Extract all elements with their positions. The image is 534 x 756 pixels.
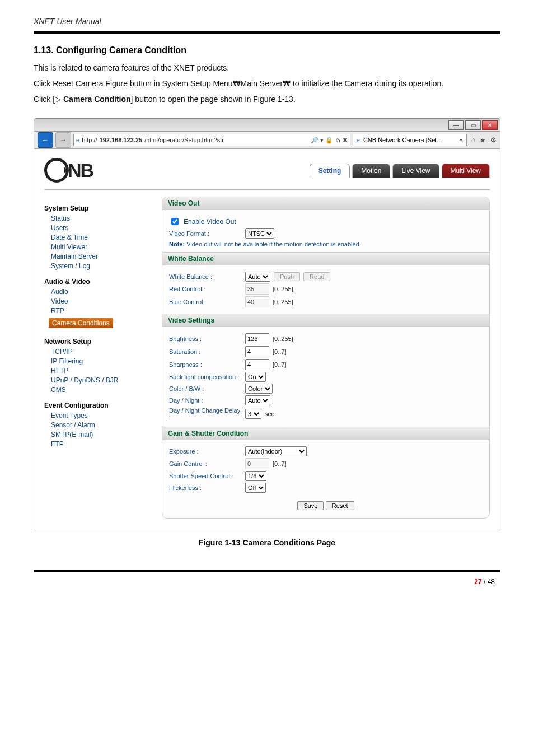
sidebar-group-network: Network Setup [44, 338, 145, 346]
saturation-label: Saturation : [169, 348, 242, 355]
sidebar-item-date-time[interactable]: Date & Time [51, 234, 145, 241]
red-control-range: [0..255] [273, 286, 293, 292]
para-1: This is related to camera features of th… [34, 60, 500, 76]
url-host: 192.168.123.25 [100, 137, 142, 143]
favorites-icon[interactable]: ★ [480, 136, 486, 144]
para3-post: ] button to open the page shown in Figur… [131, 95, 296, 104]
browser-tab[interactable]: e CNB Network Camera [Set... × [353, 134, 467, 146]
reset-button[interactable]: Reset [326, 501, 354, 510]
sidebar-item-maintain-server[interactable]: Maintain Server [51, 253, 145, 260]
video-format-label: Video Format : [169, 230, 242, 237]
sidebar-item-audio[interactable]: Audio [51, 288, 145, 296]
section-title: 1.13. Configuring Camera Condition [34, 45, 500, 55]
dn-delay-select[interactable]: 3 [245, 409, 261, 419]
url-field[interactable]: e http://192.168.123.25/html/operator/Se… [73, 134, 350, 146]
backlight-label: Back light compensation : [169, 374, 242, 380]
brightness-input[interactable] [245, 333, 269, 344]
wb-select[interactable]: Auto [245, 272, 270, 282]
tab-live-view[interactable]: Live View [392, 164, 439, 178]
url-path: /html/operator/Setup.html?sti [144, 137, 223, 143]
tools-icon[interactable]: ⚙ [490, 136, 496, 144]
flickerless-label: Flickerless : [169, 484, 242, 491]
tab-motion[interactable]: Motion [352, 164, 390, 178]
page-current: 27 [474, 578, 481, 586]
sidebar-item-status[interactable]: Status [51, 214, 145, 222]
saturation-input[interactable] [245, 346, 269, 357]
url-controls[interactable]: 🔎 ▾ 🔒 🖒 ✖ [311, 137, 348, 144]
shutter-speed-select[interactable]: 1/6 [245, 471, 266, 481]
section-head-gain-shutter: Gain & Shutter Condition [162, 427, 489, 440]
address-bar: ← → e http://192.168.123.25/html/operato… [34, 132, 500, 149]
sidebar-item-sensor-alarm[interactable]: Sensor / Alarm [51, 421, 145, 429]
sidebar-group-system: System Setup [44, 204, 145, 212]
para3-bold: Camera Condition [63, 95, 131, 104]
brightness-range: [0..255] [273, 335, 293, 342]
section-head-video-out: Video Out [162, 197, 489, 210]
sharpness-input[interactable] [245, 359, 269, 370]
gain-control-label: Gain Control : [169, 460, 242, 467]
red-control-label: Red Control : [169, 286, 242, 292]
video-format-select[interactable]: NTSC [245, 228, 274, 239]
exposure-label: Exposure : [169, 448, 242, 455]
sharpness-range: [0..7] [273, 361, 286, 368]
sidebar-item-cms[interactable]: CMS [51, 386, 145, 394]
gain-control-input[interactable] [245, 458, 269, 469]
page-total: 48 [488, 578, 495, 586]
sidebar-group-audio-video: Audio & Video [44, 278, 145, 286]
wb-read-button[interactable]: Read [303, 272, 330, 281]
ie-icon: e [76, 137, 79, 143]
window-minimize[interactable]: — [448, 120, 464, 130]
enable-video-out-checkbox[interactable] [171, 218, 179, 225]
enable-video-out-label: Enable Video Out [184, 218, 236, 226]
logo-text: NB [68, 160, 93, 181]
tab-ie-icon: e [357, 137, 360, 143]
dn-delay-unit: sec [265, 410, 274, 417]
home-icon[interactable]: ⌂ [471, 136, 475, 144]
backlight-select[interactable]: On [245, 372, 266, 382]
nav-back-button[interactable]: ← [38, 132, 53, 148]
sidebar-item-smtp[interactable]: SMTP(E-mail) [51, 431, 145, 438]
doc-header: XNET User Manual [34, 17, 500, 29]
content-divider [44, 189, 490, 190]
wb-label: White Balance : [169, 273, 242, 280]
page-footer: 27 / 48 [34, 578, 500, 586]
tab-setting[interactable]: Setting [310, 164, 350, 178]
sidebar-item-event-types[interactable]: Event Types [51, 412, 145, 419]
sidebar-item-video[interactable]: Video [51, 297, 145, 305]
sidebar-item-users[interactable]: Users [51, 224, 145, 232]
sidebar-item-tcpip[interactable]: TCP/IP [51, 348, 145, 356]
sharpness-label: Sharpness : [169, 361, 242, 368]
red-control-input[interactable] [245, 283, 269, 295]
video-out-note: Video out will not be available if the m… [185, 241, 361, 248]
day-night-select[interactable]: Auto [245, 395, 270, 405]
browser-window: — ▭ ✕ ← → e http://192.168.123.25/html/o… [34, 118, 500, 529]
sidebar-item-ftp[interactable]: FTP [51, 440, 145, 448]
wb-push-button[interactable]: Push [274, 272, 300, 281]
nav-forward-button[interactable]: → [55, 132, 71, 148]
sidebar-group-event: Event Configuration [44, 402, 145, 409]
brightness-label: Brightness : [169, 335, 242, 342]
saturation-range: [0..7] [273, 348, 286, 355]
exposure-select[interactable]: Auto(Indoor) [245, 446, 307, 456]
sidebar-item-rtp[interactable]: RTP [51, 307, 145, 315]
sidebar-item-camera-conditions[interactable]: Camera Conditions [49, 318, 113, 328]
sidebar-item-ip-filtering[interactable]: IP Filtering [51, 357, 145, 365]
tab-multi-view[interactable]: Multi View [442, 164, 490, 178]
section-head-white-balance: White Balance [162, 252, 489, 265]
window-maximize[interactable]: ▭ [465, 120, 481, 130]
sidebar: System Setup Status Users Date & Time Mu… [44, 197, 145, 519]
cnb-logo: NB [44, 158, 93, 183]
para3-pre: Click [▷ [34, 95, 63, 104]
sidebar-item-multi-viewer[interactable]: Multi Viewer [51, 243, 145, 251]
sidebar-item-http[interactable]: HTTP [51, 367, 145, 375]
main-nav-tabs: Setting Motion Live View Multi View [310, 164, 490, 178]
sidebar-item-system-log[interactable]: System / Log [51, 262, 145, 270]
color-bw-select[interactable]: Color [245, 384, 273, 394]
save-button[interactable]: Save [297, 501, 324, 510]
para-2: Click Reset Camera Figure button in Syst… [34, 76, 500, 91]
blue-control-input[interactable] [245, 296, 269, 307]
sidebar-item-upnp[interactable]: UPnP / DynDNS / BJR [51, 376, 145, 384]
window-close[interactable]: ✕ [482, 120, 498, 130]
tab-close-icon[interactable]: × [459, 137, 462, 143]
flickerless-select[interactable]: Off [245, 483, 266, 493]
